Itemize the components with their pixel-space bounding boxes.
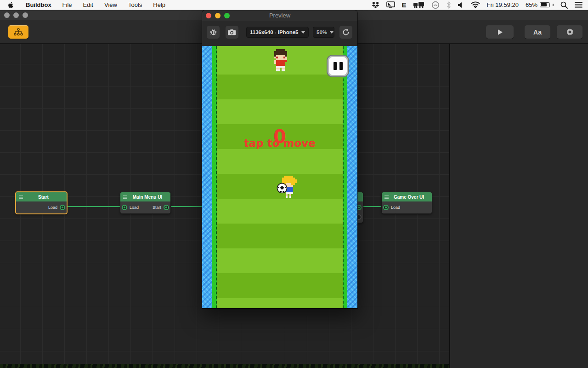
wire-start-to-mainmenu xyxy=(62,206,124,207)
play-icon xyxy=(497,29,503,35)
node-game-over[interactable]: Game Over UI Load xyxy=(381,192,432,214)
node-title: Main Menu UI xyxy=(127,195,168,200)
resolution-value: 1136x640 - iPhone5 xyxy=(250,29,298,35)
battery-percent: 65% xyxy=(526,1,537,8)
input-port-load[interactable] xyxy=(383,205,389,210)
node-start[interactable]: Start Load xyxy=(15,191,68,214)
node-title: Start xyxy=(23,195,64,200)
menu-view[interactable]: View xyxy=(104,1,117,8)
screenshot-button[interactable] xyxy=(226,26,238,39)
mindmap-icon xyxy=(13,28,23,36)
debug-bug-icon xyxy=(209,29,217,36)
soccer-ball xyxy=(277,183,288,194)
port-label: Load xyxy=(48,205,57,210)
desktop: Buildbox File Edit View Tools Help E xyxy=(0,0,588,368)
spotlight-search-icon[interactable] xyxy=(560,0,568,10)
opponent-sprite xyxy=(272,49,289,71)
wifi-icon[interactable] xyxy=(471,0,480,10)
field-edge-left xyxy=(212,46,217,308)
window-close-button[interactable] xyxy=(4,12,10,18)
resolution-dropdown[interactable]: 1136x640 - iPhone5 xyxy=(246,27,309,38)
play-button[interactable] xyxy=(486,25,514,39)
right-panel xyxy=(450,44,588,368)
zoom-value: 50% xyxy=(317,29,327,35)
apple-icon[interactable] xyxy=(8,0,15,10)
mindmap-button[interactable] xyxy=(8,25,28,39)
pause-button[interactable] xyxy=(328,56,348,76)
chevron-down-icon xyxy=(301,31,305,34)
menu-help[interactable]: Help xyxy=(153,1,165,8)
water-right xyxy=(347,46,357,308)
menu-edit[interactable]: Edit xyxy=(83,1,93,8)
dropbox-icon[interactable] xyxy=(372,0,379,10)
refresh-icon xyxy=(342,29,350,36)
letter-e-icon[interactable]: E xyxy=(402,0,407,10)
node-title: Game Over UI xyxy=(389,195,429,200)
preview-titlebar[interactable]: Preview xyxy=(202,10,357,21)
window-minimize-button[interactable] xyxy=(13,12,19,18)
notification-center-icon[interactable] xyxy=(575,0,582,10)
preview-toolbar: 1136x640 - iPhone5 50% xyxy=(202,21,357,46)
node-list-icon xyxy=(384,195,389,199)
battery-icon xyxy=(540,2,550,7)
menu-file[interactable]: File xyxy=(62,1,72,8)
preview-close-button[interactable] xyxy=(206,13,211,18)
chevron-down-icon xyxy=(330,31,334,34)
output-port-load[interactable] xyxy=(60,205,65,210)
node-list-icon xyxy=(123,195,127,199)
gear-icon xyxy=(566,28,574,36)
battery-indicator[interactable]: 65% xyxy=(526,1,554,8)
bluetooth-icon[interactable] xyxy=(447,0,451,10)
creative-cloud-icon[interactable] xyxy=(431,0,440,10)
port-label: Start xyxy=(153,205,161,210)
preview-zoom-button[interactable] xyxy=(224,13,230,18)
volume-icon[interactable] xyxy=(458,0,464,10)
camera-icon xyxy=(228,29,236,36)
canvas-grass-texture xyxy=(0,364,449,368)
text-style-label: Aa xyxy=(533,29,542,36)
water-left xyxy=(202,46,212,308)
text-style-button[interactable]: Aa xyxy=(525,25,550,39)
menu-bar: Buildbox File Edit View Tools Help E xyxy=(0,0,588,10)
menu-tools[interactable]: Tools xyxy=(128,1,142,8)
port-label: Load xyxy=(130,205,139,210)
field-edge-right xyxy=(343,46,347,308)
menu-app-name[interactable]: Buildbox xyxy=(26,1,51,8)
pause-icon xyxy=(334,62,337,70)
preview-minimize-button[interactable] xyxy=(215,13,220,18)
node-main-menu[interactable]: Main Menu UI Load Start xyxy=(120,192,171,214)
debug-button[interactable] xyxy=(207,26,220,39)
tap-to-move-text: tap to move xyxy=(202,137,357,149)
port-label: Load xyxy=(391,205,400,210)
game-viewport[interactable]: 0 tap to move xyxy=(202,46,357,308)
node-list-icon xyxy=(19,195,23,199)
panel-divider[interactable] xyxy=(449,44,450,368)
restart-button[interactable] xyxy=(339,26,352,39)
input-port-load[interactable] xyxy=(122,205,127,210)
truck-icon[interactable] xyxy=(413,0,424,10)
zoom-dropdown[interactable]: 50% xyxy=(313,27,334,38)
menu-clock[interactable]: Fri 19:59:20 xyxy=(487,1,519,8)
display-icon[interactable] xyxy=(386,0,395,10)
output-port-start[interactable] xyxy=(164,205,169,210)
window-zoom-button[interactable] xyxy=(23,12,28,18)
settings-button[interactable] xyxy=(557,25,582,39)
preview-window: Preview 1136x640 - iPhone5 xyxy=(202,10,357,308)
